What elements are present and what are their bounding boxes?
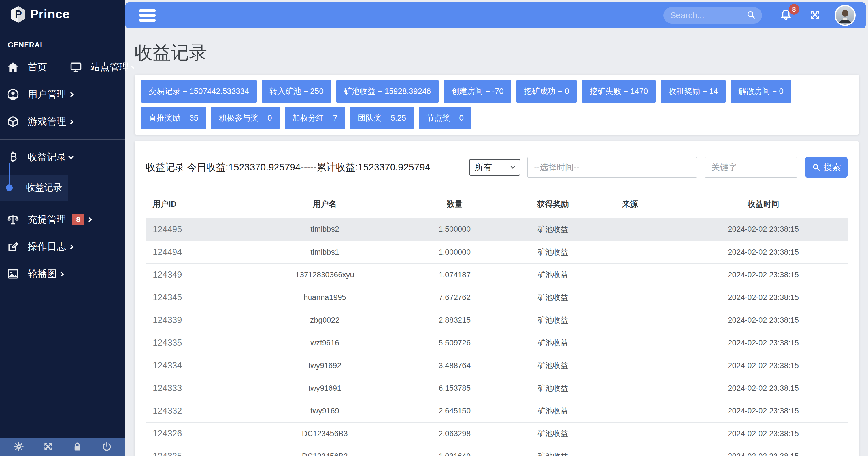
- column-header: 用户名: [265, 194, 384, 218]
- column-header: 收益时间: [679, 194, 847, 218]
- stat-button[interactable]: 加权分红 − 7: [285, 107, 345, 129]
- stat-button[interactable]: 交易记录 − 1507442.533334: [141, 80, 257, 103]
- stat-button[interactable]: 创建房间 − -70: [444, 80, 511, 103]
- gear-icon[interactable]: [13, 441, 24, 453]
- hamburger-menu-icon[interactable]: [139, 7, 156, 24]
- table-row: 124332twy91692.645150矿池收益2024-02-02 23:3…: [146, 400, 847, 422]
- sidebar: P Prince GENERAL 首页 站点管理: [0, 0, 125, 456]
- table-cell: huanna1995: [265, 286, 384, 309]
- table-cell: zbg0022: [265, 309, 384, 332]
- table-body: 124495timibbs21.500000矿池收益2024-02-02 23:…: [146, 218, 847, 456]
- table-cell: [581, 263, 679, 286]
- table-cell: wzf9616: [265, 332, 384, 354]
- table-cell: 矿池收益: [525, 422, 581, 445]
- type-select[interactable]: 所有: [469, 159, 520, 175]
- chevron-right-icon: [59, 272, 64, 277]
- main-content: 收益记录 交易记录 − 1507442.533334转入矿池 − 250矿池收益…: [125, 28, 868, 456]
- lock-icon[interactable]: [72, 441, 83, 453]
- table-row: 124326DC123456B32.063298矿池收益2024-02-02 2…: [146, 422, 847, 445]
- table-cell: 2024-02-02 23:38:15: [679, 354, 847, 377]
- topbar-search[interactable]: [663, 7, 762, 24]
- brand[interactable]: P Prince: [0, 0, 125, 28]
- column-header: 用户ID: [146, 194, 265, 218]
- sidebar-section-label: GENERAL: [8, 41, 125, 49]
- table-cell: 2024-02-02 23:38:15: [679, 309, 847, 332]
- keyword-input[interactable]: [705, 157, 797, 177]
- sidebar-subitem-income-records[interactable]: 收益记录: [0, 175, 68, 201]
- power-icon[interactable]: [101, 441, 112, 453]
- brand-name: Prince: [30, 7, 70, 21]
- search-button[interactable]: 搜索: [805, 157, 847, 178]
- income-summary: 收益记录 今日收益:1523370.925794-----累计收益:152337…: [146, 161, 430, 174]
- stat-button[interactable]: 解散房间 − 0: [731, 80, 791, 103]
- sidebar-item-income-records[interactable]: 收益记录: [0, 143, 125, 171]
- column-header: 获得奖励: [525, 194, 581, 218]
- date-range-input[interactable]: [527, 157, 697, 177]
- stat-button[interactable]: 团队奖 − 5.25: [350, 107, 413, 129]
- table-row: 124494timibbs11.000000矿池收益2024-02-02 23:…: [146, 241, 847, 263]
- stat-button[interactable]: 挖矿成功 − 0: [517, 80, 577, 103]
- sidebar-item-operation-log[interactable]: 操作日志: [0, 233, 125, 260]
- table-cell: 矿池收益: [525, 354, 581, 377]
- stat-button[interactable]: 直推奖励 − 35: [141, 107, 206, 129]
- stat-button[interactable]: 积极参与奖 − 0: [211, 107, 279, 129]
- stat-button[interactable]: 挖矿失败 − 1470: [582, 80, 655, 103]
- stat-button[interactable]: 矿池收益 − 15928.39246: [336, 80, 438, 103]
- table-cell: 1.500000: [384, 218, 525, 241]
- sidebar-item-carousel[interactable]: 轮播图: [0, 260, 125, 288]
- notifications-button[interactable]: 8: [780, 8, 792, 22]
- table-cell: 矿池收益: [525, 445, 581, 456]
- table-cell: 矿池收益: [525, 263, 581, 286]
- table-cell: 2.063298: [384, 422, 525, 445]
- sidebar-item-user-mgmt[interactable]: 用户管理: [0, 81, 125, 108]
- sidebar-item-home[interactable]: 首页: [0, 54, 63, 81]
- search-icon[interactable]: [746, 10, 756, 21]
- cube-icon: [6, 115, 20, 128]
- table-cell: 124335: [146, 332, 265, 354]
- table-cell: timibbs1: [265, 241, 384, 263]
- chevron-right-icon: [68, 119, 73, 124]
- edit-icon: [6, 240, 20, 253]
- user-avatar[interactable]: [835, 5, 856, 26]
- table-cell: 124332: [146, 400, 265, 422]
- table-cell: 5.509726: [384, 332, 525, 354]
- table-cell: 1.031649: [384, 445, 525, 456]
- stat-button[interactable]: 收租奖励 − 14: [661, 80, 725, 103]
- table-cell: 矿池收益: [525, 377, 581, 400]
- table-cell: [581, 377, 679, 400]
- table-cell: timibbs2: [265, 218, 384, 241]
- table-cell: [581, 354, 679, 377]
- table-cell: 2024-02-02 23:38:15: [679, 286, 847, 309]
- table-header-row: 用户ID用户名数量获得奖励来源收益时间: [146, 194, 847, 218]
- submenu-active-dot: [6, 184, 13, 191]
- table-cell: 矿池收益: [525, 218, 581, 241]
- table-cell: 2024-02-02 23:38:15: [679, 377, 847, 400]
- sidebar-menu: 首页 站点管理 用户管理 游戏管理: [0, 54, 125, 288]
- image-icon: [6, 268, 20, 280]
- table-cell: 3.488764: [384, 354, 525, 377]
- search-input[interactable]: [670, 10, 746, 21]
- topbar: 8: [125, 2, 866, 28]
- table-row: 124325DC123456B21.031649矿池收益2024-02-02 2…: [146, 445, 847, 456]
- table-cell: 1.074187: [384, 263, 525, 286]
- stat-button[interactable]: 转入矿池 − 250: [262, 80, 331, 103]
- stat-button[interactable]: 节点奖 − 0: [419, 107, 471, 129]
- fullscreen-icon[interactable]: [43, 441, 54, 453]
- chevron-right-icon: [68, 92, 73, 97]
- user-icon: [6, 88, 20, 101]
- table-cell: [581, 241, 679, 263]
- table-row: 124339zbg00222.883215矿池收益2024-02-02 23:3…: [146, 309, 847, 332]
- table-row: 124495timibbs21.500000矿池收益2024-02-02 23:…: [146, 218, 847, 241]
- sidebar-item-deposit-withdraw[interactable]: 充提管理 8: [0, 206, 125, 233]
- sidebar-item-game-mgmt[interactable]: 游戏管理: [0, 108, 125, 135]
- sidebar-item-site-mgmt[interactable]: 站点管理: [63, 54, 126, 81]
- filter-row: 收益记录 今日收益:1523370.925794-----累计收益:152337…: [146, 157, 847, 178]
- menu-divider: [0, 139, 125, 140]
- table-cell: 矿池收益: [525, 241, 581, 263]
- sidebar-footer: [0, 438, 125, 456]
- table-cell: [581, 309, 679, 332]
- table-cell: [581, 286, 679, 309]
- table-cell: 矿池收益: [525, 309, 581, 332]
- table-row: 124335wzf96165.509726矿池收益2024-02-02 23:3…: [146, 332, 847, 354]
- fullscreen-button[interactable]: [809, 9, 821, 22]
